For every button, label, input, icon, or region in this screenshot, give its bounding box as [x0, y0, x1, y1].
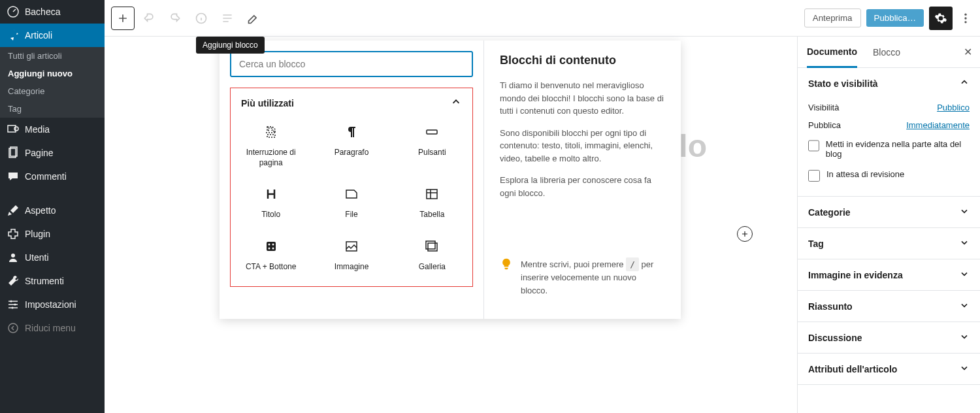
sticky-checkbox[interactable]	[808, 140, 819, 152]
list-icon	[221, 12, 234, 25]
sidebar-label: Aspetto	[25, 205, 56, 216]
sidebar-label: Utenti	[25, 252, 49, 263]
visibility-label: Visibilità	[808, 103, 839, 112]
block-label: CTA + Bottone	[246, 262, 297, 273]
svg-rect-16	[267, 242, 276, 251]
block-item-heading[interactable]: Titolo	[231, 180, 311, 227]
block-label: Paragrafo	[335, 148, 369, 158]
inline-add-block-button[interactable]	[737, 226, 753, 242]
preview-button[interactable]: Anteprima	[804, 8, 861, 27]
block-label: Galleria	[419, 262, 446, 273]
sidebar-item-users[interactable]: Utenti	[0, 246, 105, 269]
sidebar-sub-add-new[interactable]: Aggiungi nuovo	[0, 65, 105, 82]
sidebar-item-media[interactable]: Media	[0, 118, 105, 141]
section-categories[interactable]: Categorie	[798, 197, 980, 227]
svg-rect-14	[427, 130, 437, 134]
section-post-attributes[interactable]: Attributi dell'articolo	[798, 354, 980, 384]
sidebar-submenu: Tutti gli articoli Aggiungi nuovo Catego…	[0, 47, 105, 118]
sidebar-sub-categories[interactable]: Categorie	[0, 82, 105, 100]
sticky-checkbox-row[interactable]: Metti in evidenza nella parte alta del b…	[808, 134, 970, 164]
block-label: Immagine	[335, 262, 369, 273]
svg-point-13	[964, 21, 966, 23]
inserter-help-text: Ti diamo il benvenuto nel meraviglioso m…	[500, 79, 665, 118]
chevron-up-icon	[959, 77, 970, 90]
publish-button[interactable]: Pubblica…	[866, 9, 924, 27]
publish-value-link[interactable]: Immediatamente	[906, 120, 970, 130]
section-featured-image[interactable]: Immagine in evidenza	[798, 259, 980, 290]
pages-icon	[7, 146, 20, 159]
plugin-icon	[7, 227, 20, 240]
sidebar-label: Impostazioni	[25, 299, 76, 310]
chevron-down-icon	[959, 237, 970, 250]
brush-icon	[7, 204, 20, 217]
block-item-table[interactable]: Tabella	[392, 180, 472, 227]
heading-icon	[263, 186, 279, 202]
chevron-down-icon	[959, 331, 970, 344]
redo-icon	[169, 12, 182, 25]
outline-button[interactable]	[216, 7, 239, 30]
block-item-image[interactable]: Immagine	[311, 232, 391, 279]
publish-label: Pubblica	[808, 120, 841, 130]
editor-toolbar: Anteprima Pubblica…	[105, 0, 980, 37]
gallery-icon	[424, 239, 440, 254]
redo-button[interactable]	[163, 7, 187, 30]
chevron-down-icon	[959, 363, 970, 375]
sidebar-item-settings[interactable]: Impostazioni	[0, 293, 105, 316]
sidebar-item-tools[interactable]: Strumenti	[0, 269, 105, 293]
block-search-input[interactable]	[230, 51, 473, 77]
block-label: Pulsanti	[418, 148, 446, 158]
sidebar-item-plugins[interactable]: Plugin	[0, 222, 105, 246]
visibility-value-link[interactable]: Pubblico	[937, 103, 970, 112]
block-item-gallery[interactable]: Galleria	[392, 232, 472, 279]
block-label: File	[345, 210, 357, 220]
sidebar-item-appearance[interactable]: Aspetto	[0, 199, 105, 222]
section-discussion[interactable]: Discussione	[798, 322, 980, 353]
block-item-pagebreak[interactable]: Interruzione di pagina	[231, 118, 311, 174]
block-item-cta[interactable]: CTA + Bottone	[231, 232, 311, 279]
most-used-panel: Più utilizzati Interruzione di paginaPar…	[230, 88, 473, 287]
panel-title: Più utilizzati	[241, 98, 294, 108]
plus-icon	[116, 12, 129, 25]
chevron-up-icon[interactable]	[450, 96, 462, 110]
chevron-down-icon	[959, 269, 970, 281]
section-status-visibility[interactable]: Stato e visibilità	[798, 68, 980, 99]
sidebar-item-comments[interactable]: Commenti	[0, 165, 105, 188]
block-item-paragraph[interactable]: Paragrafo	[311, 118, 391, 174]
svg-point-19	[268, 247, 270, 249]
pencil-icon	[247, 12, 260, 25]
block-item-file[interactable]: File	[311, 180, 391, 227]
inserter-help-title: Blocchi di contenuto	[500, 54, 665, 67]
block-item-buttons[interactable]: Pulsanti	[392, 118, 472, 174]
settings-toggle-button[interactable]	[929, 7, 953, 30]
svg-point-6	[10, 301, 12, 303]
section-excerpt[interactable]: Riassunto	[798, 291, 980, 322]
section-tags[interactable]: Tag	[798, 228, 980, 259]
svg-point-17	[268, 243, 270, 245]
edit-mode-button[interactable]	[242, 7, 265, 30]
close-panel-button[interactable]: ✕	[964, 46, 972, 58]
inserter-help-text: Sono disponibili blocchi per ogni tipo d…	[500, 127, 665, 165]
svg-rect-22	[428, 243, 437, 251]
block-label: Titolo	[261, 210, 280, 220]
inserter-help-text: Esplora la libreria per conoscere cosa f…	[500, 174, 665, 199]
undo-button[interactable]	[137, 7, 161, 30]
sidebar-sub-tags[interactable]: Tag	[0, 100, 105, 118]
sidebar-item-collapse[interactable]: Riduci menu	[0, 316, 105, 340]
info-button[interactable]	[189, 7, 213, 30]
more-options-button[interactable]	[958, 7, 973, 30]
dashboard-icon	[7, 5, 20, 18]
sidebar-label: Articoli	[25, 30, 52, 41]
comments-icon	[7, 170, 20, 183]
svg-point-5	[11, 254, 15, 257]
sidebar-sub-all-posts[interactable]: Tutti gli articoli	[0, 47, 105, 65]
sidebar-item-pages[interactable]: Pagine	[0, 141, 105, 165]
sidebar-item-dashboard[interactable]: Bacheca	[0, 0, 105, 24]
sidebar-label: Media	[25, 124, 50, 135]
tab-document[interactable]: Documento	[807, 37, 857, 68]
sidebar-item-posts[interactable]: Articoli	[0, 24, 105, 47]
pending-checkbox-row[interactable]: In attesa di revisione	[808, 164, 970, 187]
add-block-button[interactable]	[111, 7, 135, 30]
tab-block[interactable]: Blocco	[873, 38, 900, 67]
sidebar-label: Riduci menu	[25, 323, 76, 333]
pending-checkbox[interactable]	[808, 170, 820, 182]
